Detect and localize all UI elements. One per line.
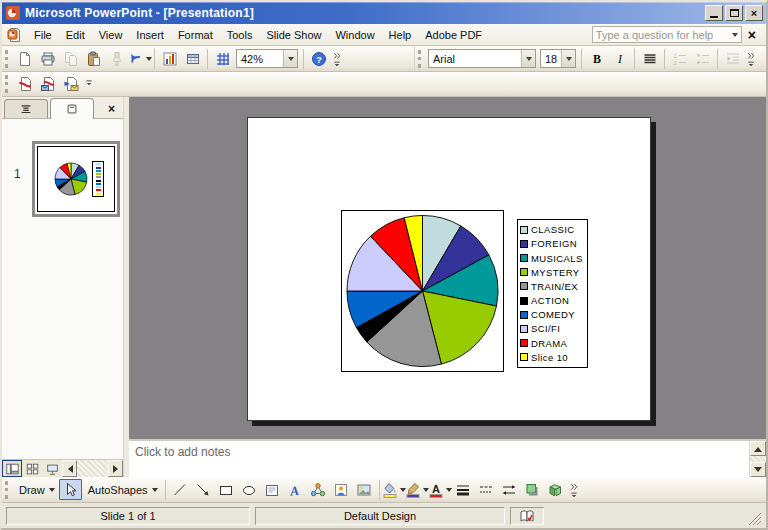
menu-item-window[interactable]: Window bbox=[328, 26, 381, 44]
dash-style-button[interactable] bbox=[475, 479, 498, 500]
menu-item-tools[interactable]: Tools bbox=[220, 26, 260, 44]
3d-style-button[interactable] bbox=[544, 479, 567, 500]
menu-item-file[interactable]: File bbox=[27, 26, 59, 44]
menu-item-insert[interactable]: Insert bbox=[129, 26, 171, 44]
thumbnails-horizontal-scrollbar[interactable] bbox=[62, 460, 123, 477]
thumbnail-legend-mark bbox=[96, 170, 101, 172]
spelling-status[interactable] bbox=[510, 507, 544, 525]
toolbar-options-button[interactable] bbox=[83, 74, 95, 95]
undo-button[interactable] bbox=[128, 48, 151, 69]
menu-item-slide-show[interactable]: Slide Show bbox=[259, 26, 328, 44]
clip-art-button[interactable] bbox=[330, 479, 353, 500]
toolbar-grip-icon[interactable] bbox=[5, 75, 10, 93]
slide-sorter-view-button[interactable] bbox=[22, 460, 42, 477]
legend-item-mystery[interactable]: MYSTERY bbox=[520, 267, 585, 278]
bullets-button[interactable] bbox=[691, 48, 714, 69]
scroll-right-button[interactable] bbox=[108, 460, 123, 477]
fill-color-button[interactable] bbox=[383, 479, 406, 500]
toolbar-options-button[interactable] bbox=[568, 479, 580, 500]
align-center-button[interactable] bbox=[638, 48, 661, 69]
notes-scrollbar[interactable] bbox=[749, 441, 766, 477]
toolbar-options-button[interactable] bbox=[745, 48, 757, 69]
pane-close-button[interactable]: × bbox=[102, 100, 121, 118]
legend-item-slice-10[interactable]: Slice 10 bbox=[520, 352, 585, 363]
copy-button[interactable] bbox=[59, 48, 82, 69]
chevron-down-icon[interactable] bbox=[283, 50, 297, 67]
question-box[interactable]: Type a question for help bbox=[592, 26, 742, 43]
draw-menu-button[interactable]: Draw bbox=[13, 479, 59, 500]
toolbar-grip-icon[interactable] bbox=[5, 50, 10, 68]
notes-placeholder[interactable]: Click to add notes bbox=[129, 441, 749, 477]
chevron-down-icon[interactable] bbox=[521, 50, 535, 67]
text-box-button[interactable] bbox=[261, 479, 284, 500]
new-button[interactable] bbox=[13, 48, 36, 69]
show-grid-button[interactable] bbox=[211, 48, 234, 69]
slide-show-button[interactable] bbox=[42, 460, 62, 477]
insert-table-button[interactable] bbox=[181, 48, 204, 69]
convert-pdf-email-button[interactable] bbox=[36, 74, 59, 95]
menu-item-format[interactable]: Format bbox=[171, 26, 220, 44]
help-button[interactable]: ? bbox=[307, 48, 330, 69]
toolbar-grip-icon[interactable] bbox=[5, 481, 10, 499]
maximize-button[interactable] bbox=[725, 5, 743, 21]
menu-item-adobe-pdf[interactable]: Adobe PDF bbox=[418, 26, 489, 44]
oval-button[interactable] bbox=[238, 479, 261, 500]
shadow-style-button[interactable] bbox=[521, 479, 544, 500]
rectangle-button[interactable] bbox=[215, 479, 238, 500]
legend-item-comedy[interactable]: COMEDY bbox=[520, 309, 585, 320]
arrow-style-button[interactable] bbox=[498, 479, 521, 500]
autoshapes-menu-button[interactable]: AutoShapes bbox=[82, 479, 162, 500]
legend-item-musicals[interactable]: MUSICALS bbox=[520, 253, 585, 264]
document-close-button[interactable]: × bbox=[742, 27, 762, 43]
tab-outline[interactable] bbox=[4, 99, 48, 118]
font-size-combo[interactable]: 18 bbox=[540, 49, 576, 68]
line-style-button[interactable] bbox=[452, 479, 475, 500]
line-color-button[interactable] bbox=[406, 479, 429, 500]
numbering-button[interactable]: 12 bbox=[668, 48, 691, 69]
convert-pdf-review-button[interactable] bbox=[59, 74, 82, 95]
tab-slides[interactable] bbox=[50, 98, 94, 119]
legend-item-action[interactable]: ACTION bbox=[520, 295, 585, 306]
font-name-combo[interactable]: Arial bbox=[428, 49, 536, 68]
legend-item-classic[interactable]: CLASSIC bbox=[520, 224, 585, 235]
legend-item-foreign[interactable]: FOREIGN bbox=[520, 238, 585, 249]
scroll-up-button[interactable] bbox=[750, 441, 766, 456]
normal-view-button[interactable] bbox=[2, 460, 22, 477]
diagram-button[interactable] bbox=[307, 479, 330, 500]
legend-item-sci-fi[interactable]: SCI/FI bbox=[520, 323, 585, 334]
paste-button[interactable] bbox=[82, 48, 105, 69]
chart-plot-area[interactable] bbox=[341, 210, 504, 372]
print-button[interactable] bbox=[36, 48, 59, 69]
menu-item-help[interactable]: Help bbox=[382, 26, 419, 44]
slide-canvas[interactable]: CLASSICFOREIGNMUSICALSMYSTERYTRAIN/EXACT… bbox=[247, 117, 651, 421]
line-button[interactable] bbox=[169, 479, 192, 500]
increase-indent-button[interactable] bbox=[721, 48, 744, 69]
select-arrow-button[interactable] bbox=[59, 479, 82, 500]
chevron-down-icon[interactable] bbox=[561, 50, 575, 67]
toolbar-options-button[interactable] bbox=[331, 48, 343, 69]
bold-button[interactable]: B bbox=[585, 48, 608, 69]
picture-button[interactable] bbox=[353, 479, 376, 500]
convert-to-pdf-button[interactable] bbox=[13, 74, 36, 95]
minimize-button[interactable] bbox=[705, 5, 723, 21]
format-painter-button[interactable] bbox=[105, 48, 128, 69]
chart-legend[interactable]: CLASSICFOREIGNMUSICALSMYSTERYTRAIN/EXACT… bbox=[517, 219, 588, 368]
scroll-left-button[interactable] bbox=[62, 460, 77, 477]
toolbar-grip-icon[interactable] bbox=[418, 50, 423, 68]
menu-item-view[interactable]: View bbox=[92, 26, 130, 44]
font-color-button[interactable]: A bbox=[429, 479, 452, 500]
close-button[interactable]: × bbox=[745, 5, 763, 21]
arrow-button[interactable] bbox=[192, 479, 215, 500]
legend-item-drama[interactable]: DRAMA bbox=[520, 338, 585, 349]
legend-item-train-ex[interactable]: TRAIN/EX bbox=[520, 281, 585, 292]
resize-grip[interactable] bbox=[748, 512, 762, 526]
scroll-down-button[interactable] bbox=[750, 462, 766, 477]
scrollbar-track[interactable] bbox=[77, 460, 108, 477]
slide-thumbnail-selected[interactable] bbox=[32, 141, 120, 217]
zoom-combo[interactable]: 42% bbox=[236, 49, 298, 68]
insert-chart-button[interactable] bbox=[158, 48, 181, 69]
svg-text:2: 2 bbox=[673, 59, 676, 65]
word-art-button[interactable]: A bbox=[284, 479, 307, 500]
italic-button[interactable]: I bbox=[608, 48, 631, 69]
menu-item-edit[interactable]: Edit bbox=[59, 26, 92, 44]
